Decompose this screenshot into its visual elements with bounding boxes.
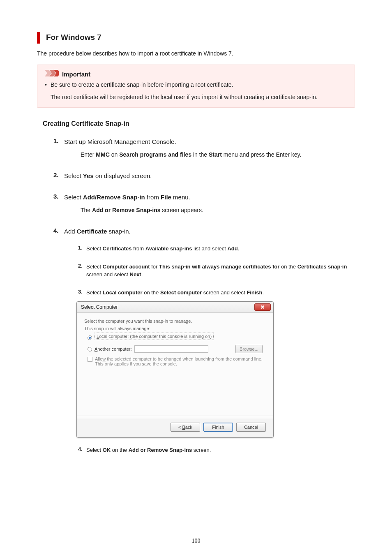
cancel-button[interactable]: Cancel [236,423,266,432]
step-number: 3. [53,193,64,202]
radio-local-label: Local computer: (the computer this conso… [95,333,214,340]
important-icon [45,70,59,78]
step-number: 4. [53,227,64,236]
section-title: Creating Certificate Snap-in [43,120,355,127]
important-heading: Important [62,71,90,78]
step-2-text: Select Yes on displayed screen. [64,171,152,180]
dialog-title: Select Computer [81,304,118,310]
radio-another-computer[interactable] [88,347,92,352]
close-icon[interactable] [254,303,271,311]
substep-3: Select Local computer on the Select comp… [86,289,264,297]
substep-number: 2. [78,263,86,279]
intro-text: The procedure below describes how to imp… [37,49,355,58]
dialog-subinstruction: This snap-in will always manage: [84,326,266,331]
step-1-sub: Enter MMC on Search programs and files i… [81,151,301,158]
finish-button[interactable]: Finish [203,423,233,432]
allow-change-checkbox[interactable] [88,357,92,362]
bullet-dot: • [45,81,51,90]
page-number: 100 [192,538,201,544]
dialog-instruction: Select the computer you want this snap-i… [84,319,266,324]
another-computer-input [134,345,208,353]
substep-1: Select Certificates from Available snap-… [86,245,239,253]
step-3-text: Select Add/Remove Snap-in from File menu… [64,193,190,202]
important-box: Important • Be sure to create a certific… [37,65,355,108]
allow-change-label: Allow the selected computer to be change… [95,356,263,366]
step-number: 2. [53,171,64,180]
page-title: For Windows 7 [46,33,101,42]
substep-number: 3. [78,289,86,297]
important-subtext: The root certificate will be registered … [45,93,347,102]
step-3-sub: The Add or Remove Snap-ins screen appear… [81,207,203,213]
step-number: 1. [53,137,64,146]
step-1-title: Start up Microsoft Management Console. [64,137,176,146]
back-button[interactable]: < Back [171,423,200,432]
important-bullet: Be sure to create a certificate snap-in … [51,81,233,90]
select-computer-dialog: Select Computer Select the computer you … [76,301,274,438]
substep-number: 1. [78,245,86,253]
substep-4: Select OK on the Add or Remove Snap-ins … [86,446,211,454]
radio-another-label: Another computer: [95,347,132,352]
radio-local-computer[interactable] [88,335,92,340]
red-accent-bar [37,32,40,44]
step-4-text: Add Certificate snap-in. [64,227,131,236]
substep-number: 4. [78,446,86,454]
substep-2: Select Computer account for This snap-in… [86,263,355,279]
browse-button[interactable]: Browse... [235,345,263,353]
